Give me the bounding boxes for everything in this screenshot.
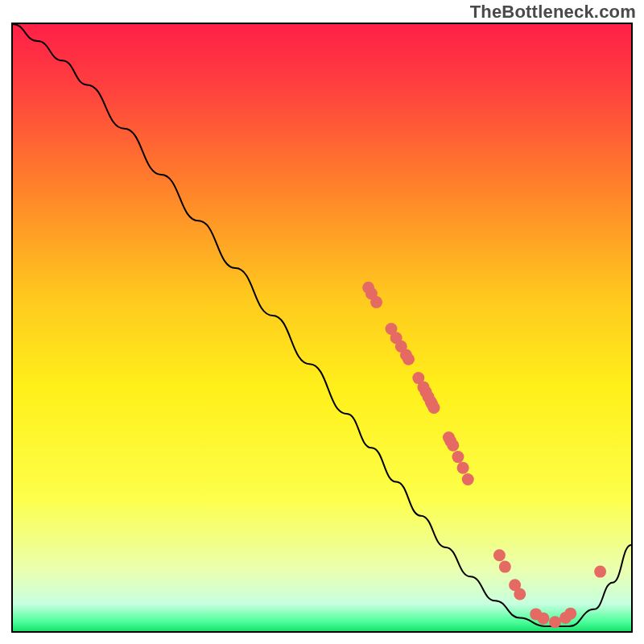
data-marker [537,613,549,625]
data-marker [402,353,415,365]
data-marker [447,440,459,452]
chart-container: TheBottleneck.com [0,0,644,644]
gradient-background [13,24,631,631]
data-marker [452,451,464,463]
data-marker [428,402,440,414]
data-marker [514,588,526,601]
data-marker [549,616,561,628]
plot-svg [13,24,631,631]
data-marker [499,561,511,573]
data-marker [594,566,606,578]
data-marker [457,462,469,474]
data-marker [564,608,576,620]
plot-frame [11,23,633,633]
watermark-text: TheBottleneck.com [470,2,636,23]
data-marker [370,296,382,308]
data-marker [462,473,474,485]
data-marker [493,549,506,561]
